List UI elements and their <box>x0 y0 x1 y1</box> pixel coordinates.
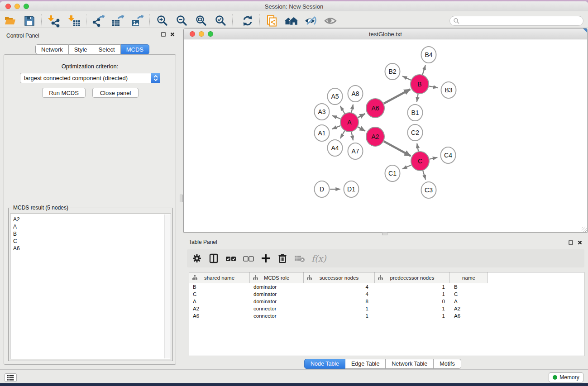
node-A5[interactable]: A5 <box>328 88 343 105</box>
tab-edge-table[interactable]: Edge Table <box>345 359 386 369</box>
table-row[interactable]: Cdominator41C <box>189 291 584 298</box>
table-cell[interactable]: 4 <box>304 283 375 291</box>
table-cell[interactable]: connector <box>250 305 304 312</box>
table-cell[interactable]: 1 <box>375 283 450 291</box>
table-cell[interactable]: 1 <box>375 291 450 298</box>
column-header-MCDS-role[interactable]: MCDS role <box>250 272 304 283</box>
result-item[interactable]: A6 <box>13 245 20 252</box>
table-row[interactable]: Bdominator41B <box>189 283 584 291</box>
result-item[interactable]: B <box>13 230 20 238</box>
save-session-icon[interactable] <box>19 14 39 28</box>
table-cell[interactable]: 1 <box>304 312 375 319</box>
export-network-icon[interactable] <box>89 14 108 28</box>
table-cell[interactable]: A6 <box>189 312 250 319</box>
export-image-icon[interactable] <box>128 14 147 28</box>
edge-A-A8[interactable] <box>351 105 353 113</box>
zoom-in-icon[interactable] <box>152 14 172 28</box>
table-cell[interactable]: A2 <box>450 305 488 312</box>
hide-panels-icon[interactable] <box>301 14 320 28</box>
table-cell[interactable]: C <box>189 291 250 298</box>
edge-B-B1[interactable] <box>417 94 418 102</box>
node-A8[interactable]: A8 <box>348 86 363 102</box>
table-cell[interactable]: connector <box>250 312 304 319</box>
tab-mcds[interactable]: MCDS <box>121 44 149 54</box>
result-item[interactable]: A2 <box>13 216 20 223</box>
optimization-dropdown[interactable]: largest connected component (directed) <box>20 73 160 83</box>
node-C1[interactable]: C1 <box>385 165 400 181</box>
table-cell[interactable]: A <box>189 298 250 305</box>
node-A6[interactable]: A6 <box>366 99 384 118</box>
table-cell[interactable]: 1 <box>375 312 450 319</box>
tab-network-table[interactable]: Network Table <box>386 359 434 369</box>
node-B[interactable]: B <box>411 75 429 94</box>
table-row[interactable]: Adominator80A <box>189 298 584 305</box>
close-panel-icon[interactable] <box>170 32 175 37</box>
node-C2[interactable]: C2 <box>408 124 423 141</box>
node-B2[interactable]: B2 <box>385 63 400 80</box>
table-cell[interactable]: dominator <box>250 298 304 305</box>
result-item[interactable]: A <box>13 223 20 230</box>
table-cell[interactable]: 4 <box>304 291 375 298</box>
node-A[interactable]: A <box>340 113 359 132</box>
edge-B-B4[interactable] <box>422 65 425 75</box>
table-cell[interactable]: dominator <box>250 291 304 298</box>
bottom-splitter-handle[interactable] <box>382 232 387 235</box>
export-table-icon[interactable] <box>108 14 128 28</box>
edge-A-A4[interactable] <box>340 131 345 138</box>
tab-style[interactable]: Style <box>69 44 93 54</box>
select-all-icon[interactable] <box>225 252 237 265</box>
column-header-successor-nodes[interactable]: successor nodes <box>304 272 375 283</box>
edge-B-B3[interactable] <box>429 86 438 88</box>
node-C[interactable]: C <box>411 152 429 171</box>
table-cell[interactable]: 8 <box>304 298 375 305</box>
edge-A-A6[interactable] <box>358 114 365 118</box>
table-cell[interactable]: 1 <box>375 305 450 312</box>
table-cell[interactable]: B <box>450 283 488 291</box>
edge-A-A3[interactable] <box>332 116 340 119</box>
table-cell[interactable]: A <box>450 298 488 305</box>
float-panel-icon[interactable] <box>161 32 166 37</box>
table-cell[interactable]: 0 <box>375 298 450 305</box>
close-table-panel-icon[interactable] <box>578 240 582 245</box>
mcds-result-list[interactable]: A2ABCA6 <box>10 214 171 359</box>
zoom-selected-icon[interactable] <box>210 14 230 28</box>
delete-table-icon[interactable] <box>294 252 306 265</box>
add-row-icon[interactable] <box>260 252 271 265</box>
open-file-icon[interactable] <box>0 14 19 28</box>
left-splitter-handle[interactable] <box>180 195 183 202</box>
column-view-icon[interactable] <box>208 252 219 265</box>
task-history-button[interactable] <box>5 373 17 382</box>
column-header-predecessor-nodes[interactable]: predecessor nodes <box>375 272 450 283</box>
edge-C-C1[interactable] <box>402 165 411 169</box>
table-cell[interactable]: C <box>450 291 488 298</box>
edge-C-C3[interactable] <box>423 171 425 180</box>
node-A3[interactable]: A3 <box>315 104 330 120</box>
edge-A-A2[interactable] <box>358 127 365 131</box>
network-canvas[interactable]: B4B2BB3A5A8A6A3AB1A1C2A2A4A7C4CC1C3DD1 <box>184 40 587 232</box>
float-table-panel-icon[interactable] <box>569 240 573 245</box>
table-cell[interactable]: A2 <box>189 305 250 312</box>
deselect-all-icon[interactable] <box>243 252 254 265</box>
node-A4[interactable]: A4 <box>328 140 343 156</box>
delete-row-icon[interactable] <box>277 252 288 265</box>
refresh-icon[interactable] <box>238 14 257 28</box>
edge-A-A1[interactable] <box>332 126 340 129</box>
memory-button[interactable]: Memory <box>549 372 583 382</box>
node-B3[interactable]: B3 <box>441 82 456 98</box>
table-cell[interactable]: A6 <box>450 312 488 319</box>
edge-A-A7[interactable] <box>351 132 353 140</box>
edge-A-A5[interactable] <box>340 106 345 114</box>
show-panels-icon[interactable] <box>320 14 340 28</box>
node-A2[interactable]: A2 <box>366 127 384 146</box>
search-input[interactable] <box>449 16 583 26</box>
clone-network-icon[interactable] <box>262 14 282 28</box>
tab-select[interactable]: Select <box>93 44 121 54</box>
node-C4[interactable]: C4 <box>441 147 456 163</box>
edge-A2-C[interactable] <box>384 141 411 156</box>
node-B1[interactable]: B1 <box>408 105 423 121</box>
settings-gear-icon[interactable] <box>191 252 202 265</box>
edge-A6-B[interactable] <box>384 89 410 104</box>
import-network-icon[interactable] <box>44 14 63 28</box>
node-D[interactable]: D <box>315 181 330 197</box>
result-scrollbar[interactable] <box>164 214 170 358</box>
